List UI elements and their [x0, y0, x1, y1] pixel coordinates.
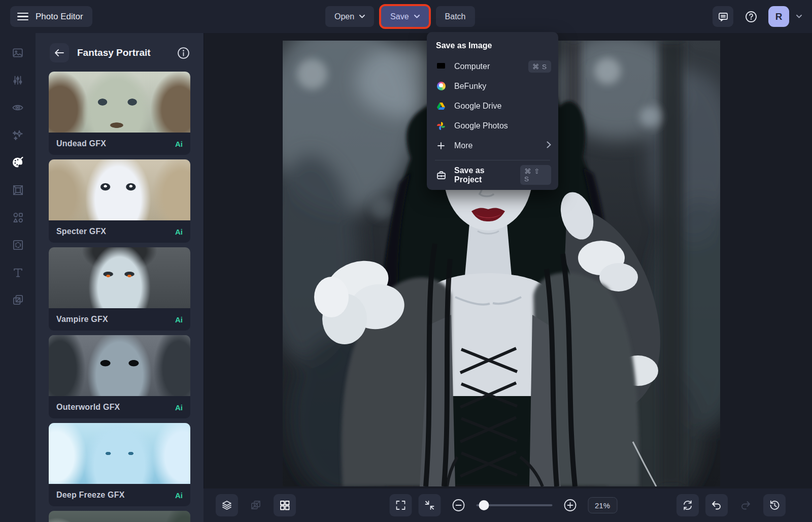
effect-name: Deep Freeze GFX [56, 491, 125, 500]
app-menu-button[interactable]: Photo Editor [10, 6, 92, 27]
effect-name: Vampire GFX [56, 315, 108, 324]
text-icon [12, 267, 24, 278]
save-button[interactable]: Save [381, 6, 428, 27]
befunky-icon [435, 82, 447, 90]
fit-screen-icon [423, 499, 435, 511]
menu-item-save-as-project[interactable]: Save as Project ⌘ ⇧ S [427, 165, 558, 185]
google-photos-icon [435, 121, 447, 130]
menu-divider [435, 160, 550, 160]
effect-thumbnail [49, 159, 190, 220]
ai-badge: Ai [175, 140, 183, 148]
effect-name: Undead GFX [56, 139, 106, 148]
compare-icon [250, 499, 262, 511]
bottombar [204, 488, 812, 522]
chevron-right-icon [547, 141, 551, 150]
info-button[interactable] [176, 46, 190, 60]
redo-icon [739, 499, 752, 511]
effect-card-vampire[interactable]: Vampire GFXAi [49, 247, 190, 331]
effect-thumbnail [49, 247, 190, 308]
zoom-slider-knob[interactable] [479, 500, 489, 510]
ai-badge: Ai [175, 315, 183, 324]
zoom-in-button[interactable] [559, 494, 581, 516]
effect-card-outerworld[interactable]: Outerworld GFXAi [49, 335, 190, 418]
layers-icon [221, 499, 233, 511]
zoom-value-input[interactable] [588, 497, 617, 513]
undo-icon [710, 499, 723, 511]
tool-touchup[interactable] [4, 94, 31, 121]
effects-panel: Fantasy Portrait Undead GFXAi Specter GF… [36, 33, 204, 522]
effect-card-undead[interactable]: Undead GFXAi [49, 72, 190, 155]
tool-rail [0, 33, 36, 522]
ai-badge: Ai [175, 403, 183, 412]
frame-icon [12, 184, 24, 196]
reset-icon [682, 499, 694, 511]
panel-title: Fantasy Portrait [77, 47, 151, 58]
zoom-in-icon [563, 498, 577, 512]
menu-item-google-drive[interactable]: Google Drive [427, 96, 558, 116]
help-button[interactable] [740, 6, 761, 27]
info-icon [177, 47, 190, 59]
batch-button[interactable]: Batch [436, 6, 475, 27]
grid-icon [279, 499, 291, 511]
effect-name: Outerworld GFX [56, 403, 120, 412]
tool-layers[interactable] [4, 286, 31, 313]
effect-card-partial[interactable] [49, 511, 190, 522]
tool-frames[interactable] [4, 176, 31, 204]
effect-card-specter[interactable]: Specter GFXAi [49, 159, 190, 243]
palette-icon [11, 156, 24, 169]
back-button[interactable] [50, 43, 69, 62]
briefcase-icon [435, 171, 447, 180]
tool-graphics[interactable] [4, 204, 31, 231]
google-drive-icon [435, 102, 447, 110]
computer-icon [435, 62, 447, 71]
undo-button[interactable] [705, 494, 728, 516]
tool-image[interactable] [4, 39, 31, 67]
zoom-out-button[interactable] [447, 494, 469, 516]
reset-button[interactable] [676, 494, 699, 516]
open-button[interactable]: Open [325, 6, 374, 27]
shapes-icon [12, 212, 24, 223]
tool-overlays[interactable] [4, 231, 31, 258]
tool-artsy[interactable] [4, 149, 31, 176]
menu-item-more[interactable]: More [427, 136, 558, 155]
save-menu-header: Save as Image [427, 38, 558, 56]
zoom-slider[interactable] [476, 504, 552, 506]
fit-screen-button[interactable] [418, 494, 441, 516]
topbar: Photo Editor Open Save Batch R [0, 0, 812, 33]
history-button[interactable] [763, 494, 786, 516]
eye-icon [12, 102, 24, 114]
plus-icon [435, 142, 447, 150]
tool-effects[interactable] [4, 121, 31, 149]
layers-button[interactable] [216, 494, 238, 516]
zoom-out-icon [451, 498, 465, 512]
ai-badge: Ai [175, 491, 183, 500]
hamburger-icon [17, 13, 28, 21]
menu-item-google-photos[interactable]: Google Photos [427, 116, 558, 136]
fullscreen-button[interactable] [389, 494, 412, 516]
help-icon [745, 10, 758, 23]
image-icon [12, 47, 23, 58]
chat-icon [718, 11, 729, 22]
grid-view-button[interactable] [274, 494, 296, 516]
fullscreen-icon [394, 499, 407, 511]
feedback-button[interactable] [713, 6, 733, 27]
avatar[interactable]: R [768, 6, 789, 27]
menu-item-befunky[interactable]: BeFunky [427, 76, 558, 96]
effect-thumbnail [49, 511, 190, 522]
chevron-down-icon[interactable] [796, 15, 802, 18]
ai-badge: Ai [175, 227, 183, 236]
history-icon [768, 499, 781, 511]
chevron-down-icon [359, 15, 365, 18]
redo-button[interactable] [734, 494, 757, 516]
app-title: Photo Editor [36, 12, 83, 22]
menu-item-computer[interactable]: Computer ⌘ S [427, 56, 558, 76]
effect-card-deepfreeze[interactable]: Deep Freeze GFXAi [49, 423, 190, 506]
compare-button[interactable] [245, 494, 267, 516]
chevron-down-icon [414, 15, 420, 18]
effects-list: Undead GFXAi Specter GFXAi Vampire GFXAi… [36, 72, 204, 522]
arrow-left-icon [54, 49, 64, 57]
tool-text[interactable] [4, 258, 31, 286]
tool-adjustments[interactable] [4, 67, 31, 94]
effect-thumbnail [49, 72, 190, 133]
shortcut-badge: ⌘ ⇧ S [520, 165, 551, 185]
